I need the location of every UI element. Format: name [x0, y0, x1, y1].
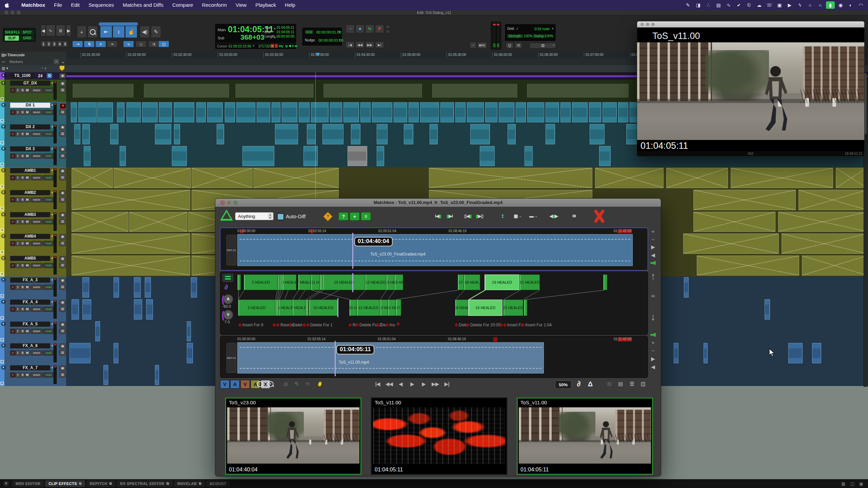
- record-enable-button[interactable]: ●: [10, 131, 15, 137]
- window-switcher-menu-icon[interactable]: ▼: [3, 481, 9, 486]
- zoom-preset-4[interactable]: 4: [57, 41, 62, 47]
- edit-operation-label[interactable]: De: [377, 323, 386, 327]
- automation-mode-button[interactable]: read: [43, 154, 54, 159]
- pencil-tool[interactable]: ✎: [151, 26, 161, 38]
- healed-segment-top[interactable]: 19 HEALED: [485, 274, 519, 290]
- healed-segment-bottom[interactable]: [524, 300, 527, 316]
- track-disclosure-icon[interactable]: ▼: [1, 73, 6, 78]
- audio-clip[interactable]: [508, 124, 516, 144]
- end-value[interactable]: 01:04:05:11: [277, 30, 294, 34]
- audio-clip[interactable]: [134, 299, 142, 320]
- audio-clip[interactable]: [697, 256, 799, 276]
- track-name[interactable]: DX 2: [10, 124, 50, 129]
- menu-compare[interactable]: Compare: [168, 0, 198, 10]
- audio-clip[interactable]: [455, 102, 466, 123]
- track-m-button[interactable]: M: [25, 329, 30, 334]
- go-to-end-button[interactable]: ▶|: [375, 41, 384, 48]
- healed-segment-top[interactable]: [237, 274, 241, 290]
- audio-clip[interactable]: [480, 146, 495, 166]
- audio-clip[interactable]: [731, 168, 833, 188]
- track-name[interactable]: FX_A_4: [10, 300, 50, 305]
- layers-zoom-button[interactable]: ≣: [56, 25, 65, 36]
- track-header-dx-1[interactable]: ▼DX 1▼●ISMwaveread▣▤⚙: [0, 102, 66, 124]
- zoom-out-top-button[interactable]: −: [648, 237, 658, 242]
- audio-clip[interactable]: [618, 102, 628, 123]
- track-view-selector[interactable]: wave: [31, 219, 43, 224]
- tab-rx-spectral-editor[interactable]: RX SPECTRAL EDITOR⧉: [117, 480, 172, 487]
- track-view-selector[interactable]: wave: [31, 241, 43, 246]
- audio-clip[interactable]: [307, 124, 316, 144]
- matchbox-titlebar[interactable]: ✕ − + Matchbox - ToS_v11.00.mp4_fr_ToS_v…: [215, 199, 661, 207]
- sub-counter-value[interactable]: 368+03: [240, 33, 264, 41]
- play-button[interactable]: ▶: [407, 380, 417, 388]
- prev-button[interactable]: ◀: [396, 380, 406, 388]
- track-settings-icon[interactable]: ⚙: [0, 338, 4, 342]
- track-i-button[interactable]: I: [15, 263, 20, 268]
- healed-segment-bottom[interactable]: 18 HEAL: [455, 300, 468, 316]
- panel-playhead[interactable]: [335, 341, 336, 376]
- zoom-in-top-button[interactable]: +: [648, 228, 658, 234]
- audio-clip[interactable]: [420, 102, 439, 123]
- track-list-columns-icon[interactable]: ▥ ▾: [2, 66, 8, 70]
- wave-utility-icon[interactable]: ∿: [724, 1, 733, 9]
- audio-clip[interactable]: [372, 102, 392, 123]
- track-name[interactable]: FX_A_3: [10, 278, 50, 283]
- track-i-button[interactable]: I: [15, 88, 20, 93]
- smart-tool-cap[interactable]: [99, 22, 138, 26]
- delta-symbol-button[interactable]: Δ: [586, 380, 595, 388]
- automation-mode-button[interactable]: read: [43, 219, 54, 224]
- fast-forward-button[interactable]: ▶▶: [365, 41, 374, 48]
- output-window-button[interactable]: ▣: [59, 168, 66, 174]
- output-window-button[interactable]: ▣: [59, 278, 66, 283]
- audio-clip[interactable]: [377, 146, 384, 166]
- reference-track-label[interactable]: REF.V1: [226, 235, 236, 265]
- track-i-button[interactable]: I: [15, 372, 20, 378]
- marker-shield-icon[interactable]: [60, 66, 64, 71]
- record-enable-button[interactable]: ●: [10, 350, 15, 355]
- record-status-icon[interactable]: ◉: [836, 1, 845, 9]
- track-name-dropdown-icon[interactable]: ▼: [51, 104, 54, 107]
- thumbnail-tos-v11-00-1[interactable]: ToS_v11.0001:04:05:11: [371, 398, 507, 475]
- zoom-preset-1[interactable]: 1: [41, 41, 46, 47]
- audio-clip[interactable]: [527, 102, 544, 123]
- audio-clip[interactable]: [626, 124, 638, 144]
- layers-icon[interactable]: [293, 380, 301, 388]
- track-s-button[interactable]: S: [20, 131, 25, 137]
- level-clip-icon[interactable]: [275, 44, 278, 48]
- track-header-fx-a-3[interactable]: ▼FX_A_3▼●ISMwaveread▣▤⚙: [0, 277, 66, 299]
- record-enable-button[interactable]: ●: [10, 154, 15, 159]
- elastic-audio-toggle[interactable]: ∿: [123, 41, 134, 47]
- matches-panel[interactable]: ∂ A -60.0 V 7.0 2 HEALED6 HEALE7 HEALE11…: [220, 271, 648, 335]
- track-name[interactable]: AMB5: [10, 256, 50, 261]
- record-enable-button[interactable]: ●: [10, 219, 15, 224]
- audio-clip[interactable]: [595, 168, 664, 188]
- track-view-selector[interactable]: wave: [31, 329, 43, 334]
- audio-waveform-segment[interactable]: [73, 84, 134, 98]
- match-list-menu-button[interactable]: [222, 274, 233, 282]
- autodiff-checkbox[interactable]: [277, 213, 284, 220]
- trim-out-button[interactable]: ▮▶I: [445, 212, 455, 220]
- tab-wavelab[interactable]: WAVELAB⧉: [174, 480, 205, 487]
- track-m-button[interactable]: M: [25, 197, 30, 202]
- audio-clip[interactable]: [516, 102, 526, 123]
- track-settings-icon[interactable]: ⚙: [0, 185, 4, 188]
- healed-segment-bottom[interactable]: 19 HEALED: [468, 300, 502, 316]
- record-enable-button[interactable]: ●: [10, 307, 15, 312]
- comments-button[interactable]: ▤: [59, 219, 66, 224]
- track-name[interactable]: AMB2: [10, 190, 50, 195]
- edit-operation-label[interactable]: Delete For 20:05: [467, 323, 500, 327]
- video-window[interactable]: ToS_v11.00 01:04:05:11 552 18:48:51:21: [637, 21, 865, 157]
- track-toggle-v-2[interactable]: V: [240, 380, 250, 389]
- track-i-button[interactable]: I: [15, 110, 20, 115]
- track-view-selector[interactable]: wave: [31, 131, 43, 137]
- battery-icon[interactable]: ϟ: [795, 1, 804, 9]
- audio-clip[interactable]: [236, 102, 255, 123]
- audio-clip[interactable]: [117, 102, 124, 123]
- minimize-window-icon[interactable]: [11, 11, 15, 15]
- audio-clip[interactable]: [778, 212, 867, 232]
- gear-dim-icon[interactable]: ⚙: [605, 380, 613, 388]
- match-filter-select[interactable]: Anything▲▼: [235, 212, 274, 220]
- track-i-button[interactable]: I: [15, 307, 20, 312]
- panel-clip-area[interactable]: 01:04:40:04ToS_v23.00_FinalGraded.mp4: [237, 234, 632, 266]
- track-name-dropdown-icon[interactable]: ▼: [51, 344, 54, 347]
